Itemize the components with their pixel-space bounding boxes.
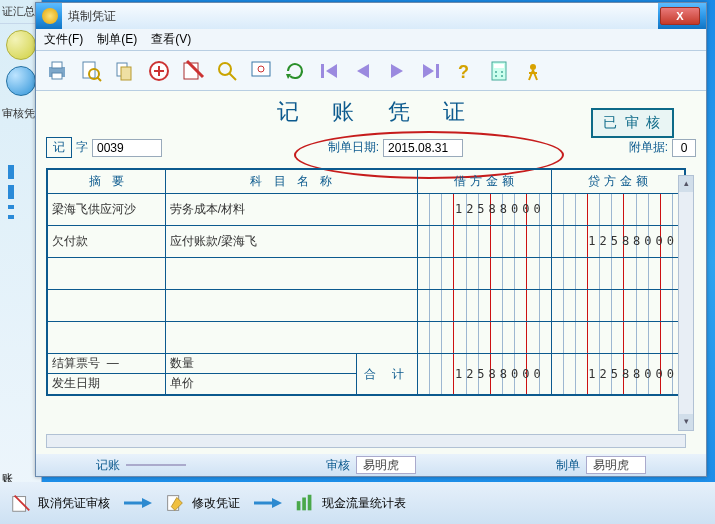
voucher-number-input[interactable] [92,139,162,157]
credit-total-cell: 12588000 [551,353,685,395]
table-row[interactable]: 欠付款应付账款/梁海飞12588000 [47,225,685,257]
svg-line-14 [229,73,236,80]
summary-cell[interactable] [47,321,165,353]
cancel-audit-button[interactable]: 取消凭证审核 [10,492,110,514]
zi-label: 字 [76,139,88,156]
delete-icon[interactable] [178,56,208,86]
prev-icon[interactable] [348,56,378,86]
subject-cell[interactable] [165,289,417,321]
svg-marker-20 [357,64,369,78]
post-label: 记账 [96,457,120,474]
copy-icon[interactable] [110,56,140,86]
qty-label: 数量 [170,355,194,372]
find-icon[interactable] [212,56,242,86]
svg-rect-26 [494,64,504,68]
subject-cell[interactable] [165,321,417,353]
subject-cell[interactable]: 应付账款/梁海飞 [165,225,417,257]
menu-entry[interactable]: 制单(E) [97,31,137,48]
svg-rect-15 [252,62,270,76]
svg-rect-40 [302,498,306,511]
prep-value: 易明虎 [586,456,646,474]
ticket-label: 结算票号 [52,355,100,372]
menu-file[interactable]: 文件(F) [44,31,83,48]
last-icon[interactable] [416,56,446,86]
col-credit: 贷方金额 [551,169,685,193]
svg-point-28 [501,71,503,73]
exit-icon[interactable] [518,56,548,86]
scroll-up-icon[interactable]: ▴ [679,176,693,192]
summary-cell[interactable]: 梁海飞供应河沙 [47,193,165,225]
debit-cell[interactable] [417,225,551,257]
window-title: 填制凭证 [62,3,658,29]
print-icon[interactable] [42,56,72,86]
table-row[interactable] [47,289,685,321]
table-row[interactable]: 梁海飞供应河沙劳务成本/材料12588000 [47,193,685,225]
summary-cell[interactable] [47,257,165,289]
add-icon[interactable] [144,56,174,86]
menubar: 文件(F) 制单(E) 查看(V) [36,29,706,51]
arrow-icon [252,496,282,510]
voucher-window: 填制凭证 X 文件(F) 制单(E) 查看(V) ? 记 账 凭 [35,2,707,477]
modify-icon [164,492,186,514]
table-row[interactable] [47,257,685,289]
svg-point-31 [530,64,536,70]
subject-cell[interactable] [165,257,417,289]
help-icon[interactable]: ? [450,56,480,86]
scroll-down-icon[interactable]: ▾ [679,414,693,430]
svg-marker-21 [391,64,403,78]
svg-rect-39 [297,501,301,510]
cashflow-icon [294,492,316,514]
refresh-icon[interactable] [280,56,310,86]
document-body: 记 账 凭 证 已 审 核 记 字 制单日期: 附单据: [36,91,706,400]
svg-rect-18 [321,64,324,78]
svg-rect-7 [121,67,131,80]
next-icon[interactable] [382,56,412,86]
voucher-type: 记 [46,137,72,158]
summary-cell[interactable]: 欠付款 [47,225,165,257]
subject-cell[interactable]: 劳务成本/材料 [165,193,417,225]
voucher-grid[interactable]: 摘 要 科 目 名 称 借方金额 贷方金额 梁海飞供应河沙劳务成本/材料1258… [46,168,686,396]
svg-marker-35 [142,498,152,508]
debit-cell[interactable] [417,289,551,321]
svg-point-27 [495,71,497,73]
preview-icon[interactable] [76,56,106,86]
svg-rect-1 [52,62,62,68]
svg-line-5 [97,77,101,81]
credit-cell[interactable] [551,257,685,289]
svg-marker-22 [423,64,434,78]
modify-voucher-button[interactable]: 修改凭证 [164,492,240,514]
svg-marker-19 [326,64,337,78]
attach-count-input[interactable] [672,139,696,157]
svg-point-30 [501,75,503,77]
app-icon [42,8,58,24]
price-label: 单价 [170,375,194,392]
cancel-audit-icon [10,492,32,514]
col-summary: 摘 要 [47,169,165,193]
calculator-icon[interactable] [484,56,514,86]
credit-cell[interactable] [551,321,685,353]
first-icon[interactable] [314,56,344,86]
credit-cell[interactable] [551,193,685,225]
close-button[interactable]: X [660,7,700,25]
side-icon-ball [6,30,36,60]
cashflow-button[interactable]: 现金流量统计表 [294,492,406,514]
toolbar: ? [36,51,706,91]
credit-cell[interactable]: 12588000 [551,225,685,257]
arrow-icon [122,496,152,510]
horizontal-scrollbar[interactable] [46,434,686,448]
prep-label: 制单 [556,457,580,474]
credit-cell[interactable] [551,289,685,321]
debit-cell[interactable]: 12588000 [417,193,551,225]
table-row[interactable] [47,321,685,353]
menu-view[interactable]: 查看(V) [151,31,191,48]
titlebar[interactable]: 填制凭证 X [36,3,706,29]
summary-cell[interactable] [47,289,165,321]
locate-icon[interactable] [246,56,276,86]
debit-cell[interactable] [417,257,551,289]
svg-rect-2 [52,73,62,79]
debit-total-cell: 12588000 [417,353,551,395]
debit-cell[interactable] [417,321,551,353]
col-subject: 科 目 名 称 [165,169,417,193]
vertical-scrollbar[interactable]: ▴ ▾ [678,175,694,431]
audit-value: 易明虎 [356,456,416,474]
